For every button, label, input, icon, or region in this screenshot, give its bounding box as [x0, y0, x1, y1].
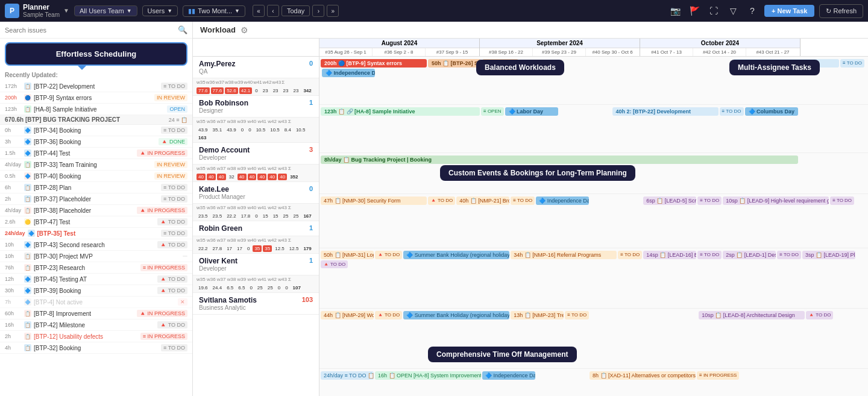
task-item[interactable]: 30h 🔷 [BTP-39] Booking 🔺 TO DO [0, 285, 192, 297]
task-item[interactable]: 0.5h 🔷 [BTP-40] Booking IN REVIEW [0, 171, 192, 182]
bug-tracking-group[interactable]: 670.6h [BTP] BUG TRACKING PROJECT 24 ≡ 📋 [0, 115, 192, 125]
user-task-count-kate: 0 [309, 185, 313, 192]
task-bar[interactable]: 8h 📋 [XAD-11] Alternatives or competitor… [590, 371, 696, 380]
week-43: #43 Oct 21 - 27 [746, 48, 799, 56]
task-bar[interactable]: 44h 📋 [NMP-29] Work on UI [321, 311, 374, 319]
refresh-button[interactable]: ↻ Refresh [819, 4, 863, 18]
task-status: 🔺 TO DO [806, 311, 833, 319]
filter-icon[interactable]: ▽ [726, 4, 740, 18]
task-item[interactable]: 0h 🔷 [BTP-34] Booking ≡ TO DO [0, 125, 192, 136]
task-item[interactable]: 4h/day 📋 [BTP-33] Team Training IN REVIE… [0, 159, 192, 171]
user-info-oliver: Oliver Kent Developer 1 [193, 254, 319, 275]
task-item[interactable]: 2h 📋 [BTP-12] Usability defects ≡ IN PRO… [0, 331, 192, 342]
holiday-independence-svitlana: 🔷 Independence Day [482, 371, 535, 380]
task-item[interactable]: 12h 🔷 [BTP-45] Testing AT 🔺 TO DO [0, 274, 192, 285]
recently-updated-label: Recently Updated: [0, 69, 192, 81]
search-icon[interactable]: 🔍 [178, 25, 187, 34]
task-item[interactable]: 172h 📋 [BTP-22] Development ≡ TO DO [0, 81, 192, 92]
help-icon[interactable]: ? [745, 4, 760, 18]
holiday-independence: 🔷 Independence Day [536, 196, 589, 205]
user-name-robin: Robin Green [199, 224, 307, 233]
search-input[interactable] [5, 27, 174, 34]
task-icon: 📋 [24, 161, 31, 168]
kate-tasks-row: 47h 📋 [NMP-30] Security Form 🔺 TO DO 40h… [319, 194, 868, 248]
august-label: August 2024 [319, 39, 479, 48]
week-37: #37 Sep 9 - 15 [426, 48, 479, 56]
week-40: #40 Sep 30 - Oct 6 [586, 48, 639, 56]
task-bar[interactable]: 16h 📋 OPEN [HA-8] System Improvement [375, 371, 481, 380]
task-bar[interactable]: 10sp 📋 [LEAD-9] High-level requirement g… [723, 196, 829, 205]
task-item[interactable]: 123h 📋 [HA-8] Sample Initiative OPEN [0, 104, 192, 115]
task-bar[interactable]: 2sp 📋 [LEAD-1] Design [723, 251, 776, 259]
team-selector[interactable]: All Users Team ▼ [74, 5, 137, 16]
week-41: #41 Oct 7 - 13 [640, 48, 693, 56]
task-item[interactable]: 4h 📋 [BTP-32] Booking ≡ TO DO [0, 342, 192, 354]
chevron-down-icon: ▼ [167, 8, 172, 14]
flag-icon[interactable]: 🚩 [687, 4, 702, 18]
camera-icon[interactable]: 📷 [668, 4, 682, 18]
users-selector[interactable]: Users ▼ [142, 5, 178, 16]
task-item[interactable]: 1.5h 🔷 [BTP-44] Test 🔺 IN PROGRESS [0, 148, 192, 159]
month-view-selector[interactable]: ▮▮ Two Mont... ▼ [183, 5, 245, 17]
task-icon: 📋 [24, 83, 31, 90]
task-bar[interactable]: 200h 🔵 [BTP-9] Syntax errors [321, 59, 427, 68]
task-bar[interactable]: 50h 📋 [NMP-31] Login Page [321, 251, 374, 259]
task-item[interactable]: 60h 📋 [BTP-8] Improvement 🔺 IN PROGRESS [0, 308, 192, 319]
task-item[interactable]: 200h 🔵 [BTP-9] Syntax errors IN REVIEW [0, 92, 192, 104]
september-label: September 2024 [480, 39, 640, 48]
task-bar[interactable]: 3sp 📋 [LEAD-19] Placeholder [802, 251, 855, 259]
chevron-down-icon: ▼ [127, 8, 132, 14]
user-name-amy: Amy.Perez [199, 60, 307, 68]
task-item[interactable]: 16h 📋 [BTP-42] Milestone 🔺 TO DO [0, 319, 192, 331]
new-task-button[interactable]: + New Task [764, 5, 814, 17]
user-names-column: Amy.Perez QA 0 w35 w36 w37 w38 w39 w40 w… [193, 57, 319, 396]
nav-back2-button[interactable]: « [253, 5, 265, 17]
task-item[interactable]: 4h/day 📋 [BTP-38] Placeholder 🔺 IN PROGR… [0, 205, 192, 216]
task-item[interactable]: 2.6h 🟡 [BTP-47] Test 🔺 TO DO [0, 216, 192, 228]
task-item[interactable]: 76h 📋 [BTP-23] Research ≡ IN PROGRESS [0, 262, 192, 274]
user-row-amy: Amy.Perez QA 0 w35 w36 w37 w38 w39 w40 w… [193, 57, 319, 96]
task-bar[interactable]: 50h 📋 [BTP-26] Study [428, 59, 481, 68]
user-task-count-oliver: 1 [309, 257, 313, 264]
task-item[interactable]: 6h 📋 [BTP-28] Plan ≡ TO DO [0, 182, 192, 193]
task-bar[interactable]: 10sp 📋 [LEAD-8] Architectural Design [699, 311, 805, 319]
task-bar[interactable]: 47h 📋 [NMP-30] Security Form [321, 196, 427, 205]
task-item[interactable]: 10h 📋 [BTP-30] Project MVP [0, 251, 192, 262]
task-item[interactable]: 10h 🔷 [BTP-43] Second research 🔺 TO DO [0, 239, 192, 251]
task-bar[interactable]: 24h/day ≡ TO DO 📋 [BTP-35] Test [321, 371, 374, 380]
search-bar: 🔍 [0, 22, 192, 39]
user-stats-bob: 43.9 35.1 43.9 0 0 10.5 10.5 8.4 10.5 16… [193, 125, 319, 142]
task-item[interactable]: 3h 🔷 [BTP-36] Booking 🔺 DONE [0, 136, 192, 148]
task-icon: 🔷 [24, 149, 31, 157]
task-item[interactable]: 24h/day 🔷 [BTP-35] Test ≡ TO DO [0, 228, 192, 239]
demo-tasks-row: 8h/day 📋 Bug Tracking Project | Booking … [319, 153, 868, 194]
week-42: #42 Oct 14 - 20 [693, 48, 746, 56]
today-button[interactable]: Today [281, 5, 310, 16]
task-icon: 📋 [24, 195, 31, 203]
user-col-placeholder [193, 39, 319, 56]
nav-forward-button[interactable]: › [312, 5, 324, 17]
user-role-kate: Product Manager [199, 193, 307, 200]
task-bar[interactable]: 123h 📋 🔗 [HA-8] Sample Initiative [321, 107, 480, 116]
task-bar[interactable]: 40h 📋 [NMP-21] Browse role [456, 196, 509, 205]
task-item[interactable]: 7h 🔷 [BTP-4] Not active ✕ [0, 297, 192, 308]
user-info-bob: Bob Robinson Designer 1 [193, 96, 319, 117]
task-bar[interactable]: 14sp 📋 [LEAD-16] Booking [643, 251, 696, 259]
task-bar[interactable]: 40h 2: [BTP-22] Development [612, 107, 719, 116]
expand-icon[interactable]: ⛶ [706, 4, 721, 18]
task-status: ≡ TO DO [777, 251, 801, 259]
right-content: Workload ⚙ August 2024 #35 Aug 26 - Sep … [193, 22, 868, 396]
settings-icon[interactable]: ⚙ [241, 25, 248, 35]
task-item[interactable]: 2h 📋 [BTP-37] Placeholder ≡ TO DO [0, 193, 192, 205]
task-bar-booking[interactable]: 8h/day 📋 Bug Tracking Project | Booking [321, 156, 798, 164]
task-bar[interactable]: 13h 📋 [NMP-23] Trend View [511, 311, 564, 319]
nav-back-button[interactable]: ‹ [267, 5, 279, 17]
user-role-amy: QA [199, 68, 307, 75]
callout-text: Effortless Scheduling [56, 49, 137, 58]
nav-forward2-button[interactable]: » [327, 5, 339, 17]
task-icon: 🔷 [24, 138, 31, 145]
user-name-svitlana: Svitlana Samotis [199, 296, 300, 304]
user-info-svitlana: Svitlana Samotis Business Analytic 103 [193, 293, 319, 314]
task-bar[interactable]: 6sp 📋 [LEAD-5] Screening The Idea [643, 196, 696, 205]
task-bar[interactable]: 34h 📋 [NMP-16] Referral Programs [511, 251, 617, 259]
